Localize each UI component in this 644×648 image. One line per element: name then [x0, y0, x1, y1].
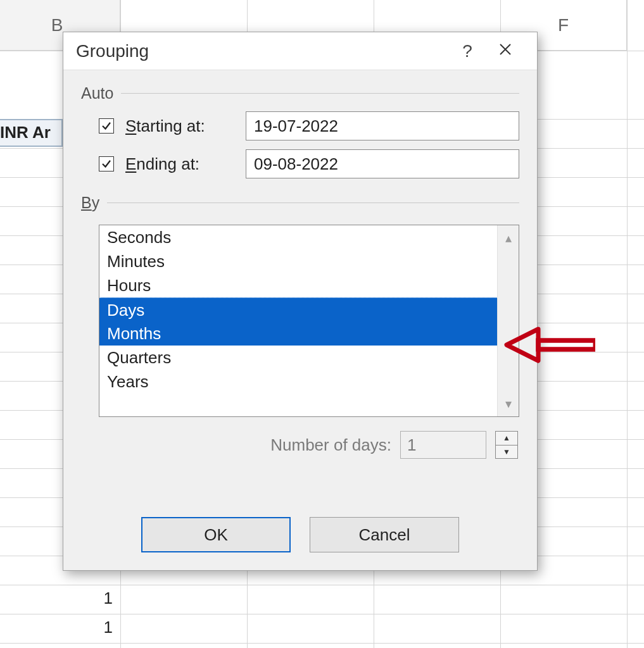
- by-option-days[interactable]: Days: [99, 297, 497, 321]
- ok-button[interactable]: OK: [141, 517, 291, 552]
- help-button[interactable]: ?: [448, 41, 486, 61]
- scroll-up-icon[interactable]: ▴: [505, 230, 512, 246]
- ending-at-checkbox[interactable]: [99, 156, 114, 171]
- close-button[interactable]: [486, 41, 524, 61]
- auto-label: Auto: [81, 84, 113, 103]
- auto-group-heading: Auto: [81, 84, 519, 103]
- by-label: By: [81, 194, 99, 212]
- number-of-days-input: 1: [400, 431, 486, 459]
- starting-at-input[interactable]: [246, 111, 519, 140]
- by-option-months[interactable]: Months: [99, 321, 497, 346]
- divider: [107, 202, 519, 203]
- cell-value[interactable]: 1: [0, 618, 120, 637]
- dialog-title: Grouping: [76, 41, 448, 61]
- cancel-button[interactable]: Cancel: [310, 517, 459, 552]
- by-option-seconds[interactable]: Seconds: [99, 225, 497, 249]
- annotation-arrow-icon: [500, 323, 595, 367]
- divider: [121, 93, 519, 94]
- check-icon: [101, 120, 112, 132]
- svg-rect-0: [538, 340, 595, 349]
- cell-value[interactable]: 1: [0, 589, 120, 608]
- ending-at-row: Ending at:: [99, 149, 519, 178]
- by-option-hours[interactable]: Hours: [99, 273, 497, 297]
- dialog-titlebar[interactable]: Grouping ?: [63, 32, 537, 70]
- spin-up-icon[interactable]: ▲: [496, 432, 517, 445]
- by-option-minutes[interactable]: Minutes: [99, 249, 497, 273]
- close-icon: [498, 42, 512, 56]
- grouping-dialog: Grouping ? Auto Starting at: Ending at: …: [63, 32, 538, 571]
- by-option-years[interactable]: Years: [99, 370, 497, 394]
- scroll-down-icon[interactable]: ▾: [505, 396, 512, 411]
- by-listbox[interactable]: Seconds Minutes Hours Days Months Quarte…: [99, 225, 519, 417]
- listbox-scrollbar[interactable]: ▴ ▾: [497, 225, 519, 416]
- ending-at-input[interactable]: [246, 149, 519, 178]
- check-icon: [101, 158, 112, 170]
- number-of-days-row: Number of days: 1 ▲ ▼: [81, 431, 519, 459]
- number-of-days-spinner[interactable]: ▲ ▼: [495, 431, 518, 459]
- dialog-buttons: OK Cancel: [81, 517, 519, 552]
- by-option-quarters[interactable]: Quarters: [99, 346, 497, 370]
- spin-down-icon[interactable]: ▼: [496, 445, 517, 459]
- starting-at-checkbox[interactable]: [99, 118, 114, 134]
- number-of-days-label: Number of days:: [270, 435, 391, 455]
- ending-at-label: Ending at:: [125, 154, 234, 174]
- starting-at-row: Starting at:: [99, 111, 519, 140]
- cell-header-inr[interactable]: INR Ar: [0, 119, 63, 147]
- by-group-heading: By: [81, 194, 519, 212]
- starting-at-label: Starting at:: [125, 116, 234, 136]
